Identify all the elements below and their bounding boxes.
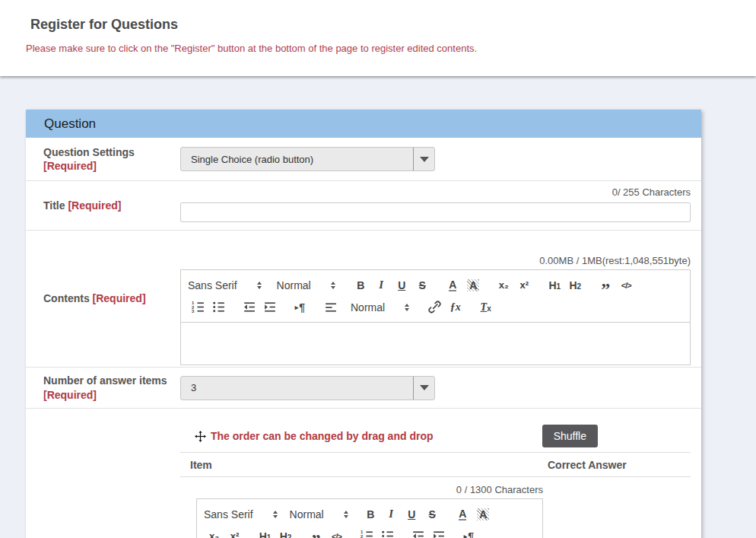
- highlight-color-icon[interactable]: A: [473, 505, 494, 524]
- ordered-list-icon[interactable]: 123: [188, 298, 208, 317]
- italic-icon[interactable]: I: [381, 505, 402, 524]
- header-picker[interactable]: Normal: [277, 279, 335, 291]
- strikethrough-icon[interactable]: S: [422, 505, 443, 524]
- highlight-color-icon[interactable]: A: [463, 276, 484, 294]
- heading2-icon[interactable]: H2: [275, 527, 296, 538]
- title-label: Title [Required]: [26, 181, 180, 230]
- picker-arrows-icon: [331, 282, 335, 289]
- text-color-icon[interactable]: A: [453, 505, 473, 524]
- link-icon[interactable]: [424, 298, 445, 317]
- answer-items-section: The order can be changed by drag and dro…: [26, 409, 701, 538]
- question-type-select[interactable]: Single Choice (radio button): [180, 147, 435, 171]
- align-icon[interactable]: [320, 298, 341, 317]
- code-block-icon[interactable]: </>: [326, 527, 347, 538]
- blockquote-icon[interactable]: ”: [306, 527, 326, 538]
- ordered-list-icon[interactable]: 123: [357, 527, 377, 538]
- page-title: Register for Questions: [0, 0, 756, 33]
- question-panel: Question Question Settings [Required] Si…: [26, 110, 701, 538]
- subscript-icon[interactable]: x₂: [204, 527, 224, 538]
- strikethrough-icon[interactable]: S: [412, 276, 433, 294]
- indent-icon[interactable]: [259, 298, 280, 317]
- question-settings-label: Question Settings [Required]: [26, 138, 180, 180]
- contents-editor-area[interactable]: [181, 323, 690, 365]
- font-picker[interactable]: Sans Serif: [204, 508, 278, 520]
- required-badge: [Required]: [43, 389, 97, 401]
- underline-icon[interactable]: U: [402, 505, 422, 524]
- answer-count-value: 3: [181, 382, 196, 393]
- outdent-icon[interactable]: [239, 298, 259, 317]
- required-badge: [Required]: [68, 199, 121, 212]
- bold-icon[interactable]: B: [361, 505, 381, 524]
- correct-answer-column-header: Correct Answer: [548, 459, 627, 471]
- item-column-header: Item: [180, 459, 548, 471]
- answer-count-select[interactable]: 3: [180, 376, 435, 400]
- header-picker[interactable]: Normal: [290, 508, 348, 520]
- page-header: Register for Questions Please make sure …: [0, 0, 756, 76]
- indent-icon[interactable]: [428, 527, 449, 538]
- heading2-icon[interactable]: H2: [565, 276, 586, 294]
- picker-arrows-icon: [257, 282, 262, 289]
- item-editor: Sans Serif Normal B I U S: [196, 498, 543, 538]
- question-settings-row: Question Settings [Required] Single Choi…: [26, 138, 701, 181]
- text-color-icon[interactable]: A: [443, 276, 463, 294]
- panel-title: Question: [44, 116, 96, 132]
- superscript-icon[interactable]: x²: [224, 527, 245, 538]
- contents-size-counter: 0.00MB / 1MB(rest:1,048,551byte): [180, 255, 691, 266]
- move-icon[interactable]: [195, 431, 206, 442]
- svg-text:3: 3: [192, 309, 195, 314]
- text-direction-icon[interactable]: ▸¶: [290, 298, 310, 317]
- size-picker[interactable]: Normal: [351, 301, 409, 314]
- title-input[interactable]: [180, 202, 691, 222]
- drag-drop-note: The order can be changed by drag and dro…: [211, 430, 434, 442]
- clean-format-icon[interactable]: Tx: [475, 298, 496, 317]
- formula-icon[interactable]: ƒx: [445, 298, 465, 317]
- bullet-list-icon[interactable]: [208, 298, 229, 317]
- required-badge: [Required]: [93, 292, 146, 304]
- text-direction-icon[interactable]: ▸¶: [459, 527, 479, 538]
- question-panel-header: Question: [26, 110, 701, 138]
- font-picker[interactable]: Sans Serif: [188, 279, 262, 291]
- chevron-down-icon: [413, 377, 434, 400]
- register-note: Please make sure to click on the "Regist…: [0, 33, 756, 54]
- italic-icon[interactable]: I: [371, 276, 392, 294]
- drag-drop-note-row: The order can be changed by drag and dro…: [180, 425, 691, 447]
- heading1-icon[interactable]: H1: [255, 527, 275, 538]
- contents-editor-toolbar: Sans Serif Normal B I U S: [181, 270, 690, 323]
- picker-arrows-icon: [273, 511, 278, 518]
- answer-items-label: [26, 409, 180, 538]
- required-badge: [Required]: [43, 160, 97, 172]
- shuffle-button[interactable]: Shuffle: [542, 425, 598, 447]
- code-block-icon[interactable]: </>: [616, 276, 637, 294]
- subscript-icon[interactable]: x₂: [494, 276, 514, 294]
- contents-editor: Sans Serif Normal B I U S: [180, 269, 691, 365]
- picker-arrows-icon: [344, 511, 348, 518]
- question-type-value: Single Choice (radio button): [181, 154, 313, 165]
- title-char-counter: 0/ 255 Characters: [180, 186, 691, 198]
- contents-label: Contents [Required]: [26, 231, 180, 367]
- item-char-counter: 0 / 1300 Characters: [180, 484, 543, 495]
- heading1-icon[interactable]: H1: [545, 276, 565, 294]
- chevron-down-icon: [413, 148, 434, 170]
- superscript-icon[interactable]: x²: [514, 276, 535, 294]
- underline-icon[interactable]: U: [392, 276, 412, 294]
- bullet-list-icon[interactable]: [377, 527, 398, 538]
- item-editor-toolbar: Sans Serif Normal B I U S: [197, 499, 542, 538]
- bold-icon[interactable]: B: [351, 276, 371, 294]
- outdent-icon[interactable]: [408, 527, 428, 538]
- contents-row: Contents [Required] 0.00MB / 1MB(rest:1,…: [26, 231, 701, 368]
- blockquote-icon[interactable]: ”: [596, 276, 616, 294]
- answers-table-header: Item Correct Answer: [180, 452, 691, 477]
- picker-arrows-icon: [405, 304, 409, 311]
- answer-count-label: Number of answer items [Required]: [26, 368, 180, 408]
- page: Register for Questions Please make sure …: [0, 0, 756, 538]
- answer-count-row: Number of answer items [Required] 3: [26, 368, 701, 409]
- title-row: Title [Required] 0/ 255 Characters: [26, 181, 701, 231]
